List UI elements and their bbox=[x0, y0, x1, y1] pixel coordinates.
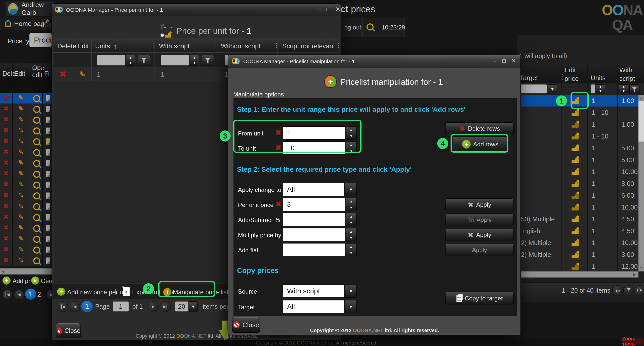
edit-row-icon[interactable]: ✎ bbox=[79, 70, 86, 78]
table-row[interactable]: 1 - 10 bbox=[517, 107, 638, 119]
open-edit-icon[interactable] bbox=[33, 203, 40, 210]
table-row[interactable]: ✖✎ bbox=[0, 212, 52, 223]
col-file[interactable]: Fi bbox=[44, 70, 50, 77]
apply-flat-button[interactable]: Apply bbox=[445, 244, 514, 256]
target-dropdown[interactable]: ▾ bbox=[345, 300, 357, 313]
delete-row-icon[interactable]: ✖ bbox=[3, 94, 9, 101]
withscript-filter-spinner[interactable]: ▲▼ bbox=[619, 84, 628, 93]
table-row[interactable]: 15.00 bbox=[517, 142, 638, 154]
delete-row-icon[interactable]: ✖ bbox=[3, 192, 9, 198]
page-1-button[interactable]: 1 bbox=[25, 289, 36, 300]
file-icon[interactable] bbox=[46, 171, 50, 177]
price-type-button[interactable]: Produ bbox=[29, 33, 52, 47]
right-hscrollbar[interactable]: ▶ bbox=[517, 271, 638, 278]
apply-change-to-dropdown[interactable]: ▾ bbox=[345, 183, 357, 196]
delete-row-icon[interactable]: ✖ bbox=[3, 224, 9, 231]
withscript-filter-input[interactable] bbox=[161, 55, 189, 65]
file-icon[interactable] bbox=[46, 203, 50, 210]
edit-price-icon[interactable] bbox=[572, 97, 579, 104]
edit-price-icon[interactable] bbox=[572, 228, 579, 234]
edit-price-icon[interactable] bbox=[572, 180, 579, 187]
scroll-left-icon[interactable]: ◀ bbox=[2, 269, 5, 274]
delete-row-icon[interactable]: ✖ bbox=[3, 116, 9, 123]
source-select[interactable]: With script bbox=[283, 285, 345, 298]
table-row[interactable]: ✖✎ bbox=[0, 125, 52, 136]
to-unit-spinner[interactable]: ▲▼ bbox=[346, 142, 357, 155]
table-row[interactable]: ✖✎ bbox=[0, 244, 52, 255]
snr-menu-icon[interactable]: ⋮ bbox=[335, 42, 342, 49]
vscroll-thumb[interactable] bbox=[638, 101, 644, 142]
table-row[interactable]: 11.00 bbox=[517, 95, 638, 107]
open-edit-icon[interactable] bbox=[33, 149, 40, 156]
edit-row-icon[interactable]: ✎ bbox=[18, 116, 24, 123]
file-icon[interactable] bbox=[46, 225, 50, 231]
add-new-price-button[interactable]: Add new price per unit bbox=[67, 289, 130, 296]
page-2-button[interactable]: 2 bbox=[37, 291, 41, 298]
open-edit-icon[interactable] bbox=[33, 127, 40, 134]
table-row[interactable]: (2) Multiple13.00 bbox=[517, 249, 638, 261]
page-size-input[interactable]: 20 bbox=[175, 301, 188, 312]
to-unit-input[interactable]: 10 bbox=[283, 142, 345, 155]
table-row[interactable]: 11.00 bbox=[517, 118, 638, 130]
per-unit-price-input[interactable]: 3 bbox=[283, 198, 345, 211]
delete-row-icon[interactable]: ✖ bbox=[3, 149, 9, 155]
units-menu-icon[interactable]: ⋮ bbox=[150, 42, 156, 49]
table-row[interactable]: ✖✎ bbox=[0, 223, 52, 234]
multiply-spinner[interactable]: ▲▼ bbox=[346, 228, 357, 241]
edit-price-icon[interactable] bbox=[572, 109, 579, 116]
table-row[interactable]: ✖✎ bbox=[0, 255, 52, 266]
table-row[interactable]: (2) Multiple110.00 bbox=[517, 237, 638, 249]
source-dropdown[interactable]: ▾ bbox=[345, 285, 357, 298]
col-delete[interactable]: Delete bbox=[57, 42, 76, 50]
copy-to-target-button[interactable]: Copy to target bbox=[445, 292, 514, 305]
prev-page-button[interactable]: ◀ bbox=[70, 301, 80, 312]
open-edit-icon[interactable] bbox=[33, 171, 40, 178]
add-subtract-spinner[interactable]: ▲▼ bbox=[346, 213, 357, 226]
delete-row-icon[interactable]: ✖ bbox=[60, 70, 66, 78]
units-sort-icon[interactable]: ↑ bbox=[114, 42, 117, 50]
open-edit-icon[interactable] bbox=[33, 117, 40, 124]
edit-row-icon[interactable]: ✎ bbox=[18, 94, 24, 101]
refresh-button[interactable]: ⟳ bbox=[634, 285, 644, 296]
manipulate-price-list-button[interactable]: Manipulate price list bbox=[173, 289, 228, 296]
prev-page-button[interactable]: ◀ bbox=[14, 290, 24, 300]
edit-price-icon[interactable] bbox=[572, 192, 579, 199]
file-icon[interactable] bbox=[46, 182, 50, 188]
table-row[interactable]: ✖✎ bbox=[0, 168, 52, 180]
file-icon[interactable] bbox=[46, 127, 50, 134]
vscroll-up-icon[interactable]: ▲ bbox=[639, 96, 643, 99]
edit-row-icon[interactable]: ✎ bbox=[18, 224, 24, 231]
add-subtract-input[interactable] bbox=[283, 213, 345, 226]
apply-per-unit-button[interactable]: ✖ Apply bbox=[445, 198, 514, 211]
dlg2-maximize-icon[interactable]: □ bbox=[502, 58, 506, 64]
delete-row-icon[interactable]: ✖ bbox=[3, 257, 9, 263]
dlg1-close-icon[interactable]: ✕ bbox=[335, 6, 340, 12]
clear-filter-button[interactable] bbox=[623, 285, 634, 296]
edit-price-icon[interactable] bbox=[572, 263, 579, 270]
target-select[interactable]: All bbox=[283, 300, 345, 313]
open-edit-icon[interactable] bbox=[33, 236, 40, 243]
delete-row-icon[interactable]: ✖ bbox=[3, 138, 9, 144]
file-icon[interactable] bbox=[46, 192, 50, 199]
open-edit-icon[interactable] bbox=[33, 247, 40, 254]
dlg1-minimize-icon[interactable]: – bbox=[317, 6, 320, 12]
edit-row-icon[interactable]: ✎ bbox=[18, 159, 24, 166]
table-row[interactable]: ✖✎ bbox=[0, 114, 52, 125]
open-edit-icon[interactable] bbox=[33, 160, 40, 167]
first-page-button[interactable]: ◀ bbox=[3, 290, 13, 300]
dlg2-titlebar[interactable]: OOONA Manager - Pricelist manipulation f… bbox=[228, 55, 520, 68]
col-with-script[interactable]: With script bbox=[159, 42, 189, 50]
edit-price-icon[interactable] bbox=[572, 251, 579, 258]
edit-row-icon[interactable]: ✎ bbox=[18, 214, 24, 220]
col-target[interactable]: Target bbox=[520, 74, 538, 82]
page-size-dropdown[interactable]: ▾ bbox=[189, 301, 198, 312]
open-edit-icon[interactable] bbox=[33, 257, 40, 264]
table-row[interactable]: 110.00 bbox=[517, 201, 638, 213]
per-unit-price-spinner[interactable]: ▲▼ bbox=[346, 198, 357, 211]
add-flat-spinner[interactable]: ▲▼ bbox=[346, 243, 357, 256]
file-icon[interactable] bbox=[46, 257, 50, 264]
fit-columns-button[interactable]: ◄|► bbox=[612, 285, 623, 296]
table-row[interactable]: 112.00 bbox=[517, 260, 638, 271]
edit-price-icon[interactable] bbox=[572, 133, 579, 140]
multiply-input[interactable] bbox=[283, 228, 345, 241]
